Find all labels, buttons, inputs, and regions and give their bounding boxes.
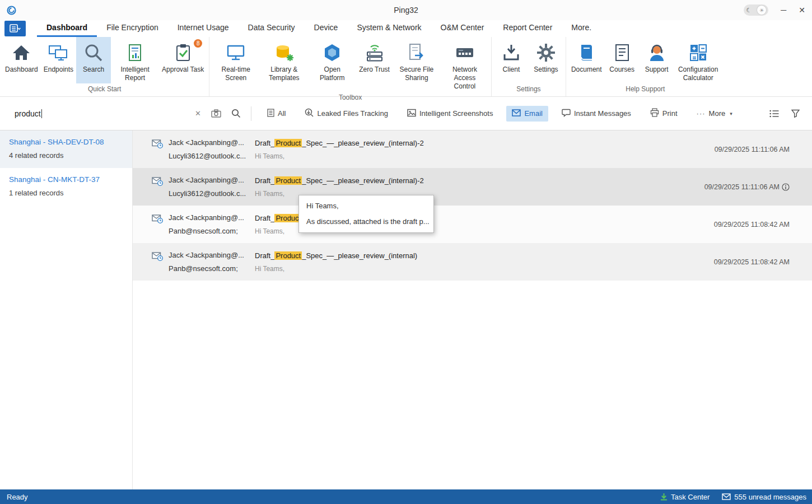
tab-om-center[interactable]: O&M Center bbox=[431, 20, 494, 37]
filter-all[interactable]: All bbox=[262, 105, 291, 122]
unread-messages-button[interactable]: 555 unread messages bbox=[722, 493, 806, 501]
filter-screenshots[interactable]: Intelligent Screenshots bbox=[402, 105, 499, 122]
sidebar-device-item[interactable]: Shanghai - SHA-DEV-DT-08 4 related recor… bbox=[0, 130, 132, 168]
light-mode-icon[interactable]: ☀ bbox=[757, 6, 766, 15]
close-button[interactable]: ✕ bbox=[799, 6, 805, 14]
ribbon-approval-task[interactable]: 8 Approval Task bbox=[159, 37, 207, 83]
support-agent-icon bbox=[647, 41, 667, 64]
device-sidebar: Shanghai - SHA-DEV-DT-08 4 related recor… bbox=[0, 130, 133, 489]
divider bbox=[251, 106, 251, 121]
ribbon-dashboard-label: Dashboard bbox=[5, 66, 38, 74]
sender-name: Jack <Jackpanbing@... bbox=[169, 251, 253, 259]
email-history-icon bbox=[152, 176, 169, 188]
task-center-button[interactable]: Task Center bbox=[660, 493, 710, 501]
email-history-icon bbox=[152, 251, 169, 263]
tab-dashboard[interactable]: Dashboard bbox=[37, 20, 97, 37]
ribbon: Dashboard Endpoints Search Intelligent R… bbox=[0, 37, 812, 97]
app-menu-button[interactable] bbox=[4, 21, 26, 36]
filter-all-label: All bbox=[278, 109, 286, 118]
recipient-address: Panb@nsecsoft.com; bbox=[169, 227, 253, 235]
email-result-row[interactable]: Jack <Jackpanbing@... Lucyli3612@outlook… bbox=[133, 168, 812, 206]
ribbon-zero-trust[interactable]: Zero Trust bbox=[356, 37, 393, 92]
ribbon-document[interactable]: Document bbox=[568, 37, 605, 83]
ribbon-group-toolbox: Real-time Screen Library & Templates Ope… bbox=[209, 37, 492, 96]
ribbon-config-calculator-label: Configuration Calculator bbox=[677, 66, 720, 82]
task-center-label: Task Center bbox=[671, 493, 710, 501]
theme-toggle[interactable]: ☾ ☀ bbox=[744, 4, 768, 16]
camera-icon[interactable] bbox=[211, 109, 221, 118]
server-signal-icon bbox=[365, 41, 385, 64]
ribbon-client[interactable]: Client bbox=[494, 37, 529, 83]
ribbon-open-platform[interactable]: Open Platform bbox=[308, 37, 356, 92]
ribbon-support[interactable]: Support bbox=[640, 37, 674, 83]
recipient-address: Lucyli3612@outlook.c... bbox=[169, 152, 253, 160]
ribbon-dashboard[interactable]: Dashboard bbox=[2, 37, 41, 83]
filter-more-label: More bbox=[709, 109, 726, 118]
database-icon bbox=[274, 41, 294, 64]
ribbon-settings-label: Settings bbox=[534, 66, 558, 74]
ribbon-search[interactable]: Search bbox=[76, 37, 111, 83]
tab-more[interactable]: More. bbox=[562, 20, 601, 37]
info-icon[interactable] bbox=[782, 183, 790, 191]
ribbon-intelligent-report[interactable]: Intelligent Report bbox=[111, 37, 159, 83]
email-icon bbox=[512, 109, 521, 118]
tab-device[interactable]: Device bbox=[305, 20, 348, 37]
ribbon-network-access[interactable]: Network Access Control bbox=[441, 37, 489, 92]
sidebar-device-item[interactable]: Shanghai - CN-MKT-DT-37 1 related record… bbox=[0, 168, 132, 206]
filter-instant-messages[interactable]: Instant Messages bbox=[556, 105, 637, 122]
leaked-files-icon bbox=[305, 108, 314, 119]
ribbon-settings[interactable]: Settings bbox=[529, 37, 563, 83]
content-area: Shanghai - SHA-DEV-DT-08 4 related recor… bbox=[0, 130, 812, 489]
ribbon-library-templates[interactable]: Library & Templates bbox=[260, 37, 308, 92]
list-view-icon[interactable] bbox=[769, 110, 779, 118]
ellipsis-icon: ··· bbox=[697, 109, 706, 118]
filter-print-label: Print bbox=[662, 109, 678, 118]
email-timestamp: 09/29/2025 11:08:42 AM bbox=[714, 258, 790, 266]
window-title: Ping32 bbox=[0, 6, 812, 15]
filter-screenshots-label: Intelligent Screenshots bbox=[419, 109, 493, 118]
ribbon-group-help-support: Document Courses Support Configuration C… bbox=[566, 37, 725, 96]
filter-more[interactable]: ··· More ▾ bbox=[691, 106, 738, 121]
tab-internet-usage[interactable]: Internet Usage bbox=[168, 20, 239, 37]
email-timestamp: 09/29/2025 11:08:42 AM bbox=[714, 221, 790, 228]
dark-mode-icon[interactable]: ☾ bbox=[746, 7, 752, 14]
filter-email[interactable]: Email bbox=[506, 106, 548, 122]
file-share-icon bbox=[407, 41, 427, 64]
search-input[interactable]: product ✕ bbox=[8, 109, 241, 118]
minimize-button[interactable]: ─ bbox=[781, 6, 786, 14]
notebook-icon bbox=[612, 41, 632, 64]
ribbon-courses[interactable]: Courses bbox=[605, 37, 640, 83]
screenshot-icon bbox=[407, 109, 416, 119]
ribbon-config-calculator[interactable]: Configuration Calculator bbox=[674, 37, 722, 83]
task-download-icon bbox=[660, 493, 668, 501]
ribbon-secure-file-sharing[interactable]: Secure File Sharing bbox=[393, 37, 441, 92]
tooltip-line: As discussed, attached is the draft p... bbox=[306, 217, 426, 226]
search-submit-icon[interactable] bbox=[231, 109, 241, 118]
tab-data-security[interactable]: Data Security bbox=[239, 20, 305, 37]
approval-task-badge: 8 bbox=[194, 39, 202, 48]
hexagon-icon bbox=[322, 41, 342, 64]
ribbon-realtime-screen[interactable]: Real-time Screen bbox=[212, 37, 260, 92]
email-result-row[interactable]: Jack <Jackpanbing@... Panb@nsecsoft.com;… bbox=[133, 206, 812, 243]
tab-system-network[interactable]: System & Network bbox=[347, 20, 431, 37]
ribbon-group-settings: Client Settings Settings bbox=[492, 37, 566, 96]
search-highlight: Product bbox=[274, 251, 302, 260]
titlebar: Ping32 ☾ ☀ ─ ✕ bbox=[0, 0, 812, 20]
filter-leaked-files-label: Leaked Files Tracking bbox=[317, 109, 388, 118]
email-result-list: Jack <Jackpanbing@... Lucyli3612@outlook… bbox=[133, 130, 812, 489]
tab-report-center[interactable]: Report Center bbox=[493, 20, 562, 37]
group-label-help-support: Help Support bbox=[568, 83, 722, 96]
ribbon-search-label: Search bbox=[83, 66, 104, 74]
filter-print[interactable]: Print bbox=[645, 105, 683, 122]
email-preview-tooltip: Hi Teams, As discussed, attached is the … bbox=[298, 195, 434, 233]
email-result-row[interactable]: Jack <Jackpanbing@... Lucyli3612@outlook… bbox=[133, 130, 812, 168]
unread-mail-icon bbox=[722, 493, 731, 500]
approval-task-icon bbox=[173, 41, 193, 64]
clear-search-icon[interactable]: ✕ bbox=[195, 109, 201, 118]
ribbon-endpoints[interactable]: Endpoints bbox=[41, 37, 76, 83]
filter-leaked-files[interactable]: Leaked Files Tracking bbox=[299, 105, 393, 122]
email-result-row[interactable]: Jack <Jackpanbing@... Panb@nsecsoft.com;… bbox=[133, 243, 812, 281]
filter-funnel-icon[interactable] bbox=[791, 109, 800, 118]
tab-file-encryption[interactable]: File Encryption bbox=[97, 20, 168, 37]
text-caret bbox=[41, 109, 42, 118]
